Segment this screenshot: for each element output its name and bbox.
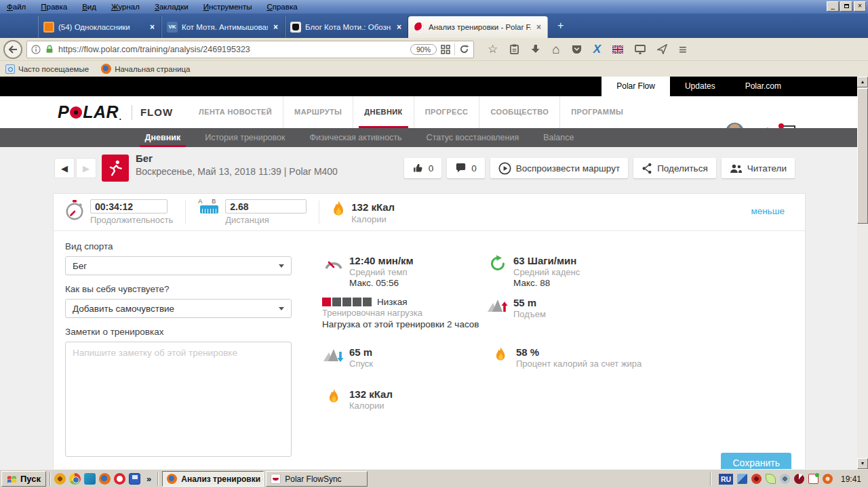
notes-textarea[interactable] [65,342,292,457]
save-button[interactable]: Сохранить [721,453,791,469]
zoom-level-badge[interactable]: 90% [410,44,437,55]
feeling-select[interactable]: Добавить самочувствие [65,299,292,318]
bookmark-most-visited[interactable]: Часто посещаемые [5,64,89,74]
quicklaunch-firefox-icon[interactable] [99,473,111,485]
quicklaunch-app2-icon[interactable] [84,473,96,485]
tray-network-icon[interactable] [737,474,747,484]
reload-icon[interactable] [459,44,469,54]
cadence-circle-icon [489,255,507,272]
replay-route-button[interactable]: Воспроизвести маршрут [490,158,629,178]
polar-logo[interactable]: POLAR. [58,102,122,122]
nav-programs[interactable]: ПРОГРАММЫ [559,96,634,128]
close-button[interactable]: × [854,1,866,12]
readers-button[interactable]: Читатели [722,158,795,178]
tab-blog[interactable]: Блог Кота Моти.: Обознач... × [285,16,408,38]
translate-flag-icon[interactable] [612,45,623,54]
subnav-diary[interactable]: Дневник [133,128,193,147]
pace-label: Средний темп [349,267,414,277]
duration-input[interactable] [90,199,167,214]
subnav-history[interactable]: История тренировок [193,128,297,147]
tab-vk[interactable]: VK Кот Мотя. Антимышовая ко... × [161,16,285,38]
back-button[interactable] [3,40,22,59]
menu-edit[interactable]: Правка [41,3,67,11]
like-button[interactable]: 0 [404,158,442,178]
tab-close-icon[interactable]: × [272,22,279,32]
bookmark-home-page[interactable]: Начальная страница [101,64,190,74]
bookmark-star-icon[interactable]: ☆ [488,43,498,55]
menu-bookmarks[interactable]: Закладки [155,3,189,11]
tray-antivirus-icon[interactable] [751,474,762,484]
comment-button[interactable]: 0 [447,158,485,178]
tray-disc-icon[interactable] [794,474,804,484]
top-link-updates[interactable]: Updates [670,77,730,96]
tab-close-icon[interactable]: × [149,22,156,32]
home-icon[interactable]: ⌂ [552,43,559,56]
system-tray: RU 19:41 [707,472,868,486]
scroll-up-button[interactable]: ▲ [857,77,868,87]
top-link-polar-com[interactable]: Polar.com [730,77,796,96]
tab-polar-active[interactable]: Анализ тренировки - Polar F... × [408,16,548,38]
tab-odnoklassniki[interactable]: (54) Одноклассники × [38,16,161,38]
tray-agent-icon[interactable] [823,474,833,484]
quicklaunch-chrome-icon[interactable] [69,473,81,485]
tab-close-icon[interactable]: × [395,22,403,32]
tab-close-icon[interactable]: × [535,22,542,32]
bookmarks-list-icon[interactable] [509,44,519,55]
quicklaunch-flowsync-icon[interactable] [129,473,140,485]
menu-history[interactable]: Журнал [111,3,140,11]
top-link-polar-flow[interactable]: Polar Flow [601,77,670,96]
scroll-down-button[interactable]: ▼ [857,458,868,469]
menu-help[interactable]: Справка [267,3,297,11]
menu-file[interactable]: Файл [7,3,26,11]
quicklaunch-opera-icon[interactable] [114,473,125,485]
url-input[interactable] [58,45,406,54]
new-tab-button[interactable]: + [557,20,564,32]
grid-icon[interactable] [441,45,450,54]
url-bar[interactable]: 90% [26,41,474,58]
scrollbar-thumb[interactable] [857,88,868,224]
polar-favicon [414,22,425,33]
nav-feed[interactable]: ЛЕНТА НОВОСТЕЙ [188,96,283,128]
nav-diary[interactable]: ДНЕВНИК [353,96,413,128]
x-extension-icon[interactable]: X [593,43,601,55]
subnav-balance[interactable]: Balance [531,128,586,147]
downloads-icon[interactable] [531,44,540,54]
share-button[interactable]: Поделиться [633,158,716,178]
nav-community[interactable]: СООБЩЕСТВО [479,96,559,128]
language-indicator[interactable]: RU [719,474,733,485]
show-less-link[interactable]: меньше [751,206,785,216]
tray-leaf-icon[interactable] [766,474,776,484]
menu-view[interactable]: Вид [82,3,96,11]
task-button-firefox[interactable]: Анализ тренировки - ... [162,471,264,487]
hamburger-menu-icon[interactable]: ≡ [679,43,687,56]
next-session-button[interactable]: ▶ [76,158,96,178]
info-icon[interactable] [31,45,41,54]
previous-session-button[interactable]: ◀ [54,158,75,178]
logo-letter: P [58,102,69,122]
page-scrollbar[interactable]: ▲ ▼ [857,77,868,469]
polar-topbar: Polar Flow Updates Polar.com [0,77,857,96]
browser-menubar: Файл Правка Вид Журнал Закладки Инструме… [0,0,868,14]
tray-webcam-icon[interactable] [780,474,790,484]
sport-select[interactable]: Бег [65,256,292,275]
nav-routes[interactable]: МАРШРУТЫ [283,96,353,128]
bookmark-label: Часто посещаемые [18,65,89,73]
nav-progress[interactable]: ПРОГРЕСС [414,96,479,128]
pocket-icon[interactable] [572,44,582,54]
chevron-down-icon [279,264,284,268]
start-button[interactable]: Пуск [1,471,46,487]
distance-input[interactable] [225,199,307,214]
quicklaunch-overflow-icon[interactable]: » [146,474,151,484]
send-tab-icon[interactable] [657,44,667,54]
subnav-recovery[interactable]: Статус восстановления [414,128,532,147]
restore-button[interactable] [840,1,852,12]
secure-lock-icon[interactable] [45,44,54,54]
tray-sync-icon[interactable] [808,474,818,484]
menu-tools[interactable]: Инструменты [203,3,252,11]
duration-label: Продолжительность [90,215,173,225]
quicklaunch-app-icon[interactable] [54,473,66,485]
screenshot-monitor-icon[interactable] [635,45,646,54]
subnav-activity[interactable]: Физическая активность [298,128,414,147]
minimize-button[interactable]: _ [827,1,839,12]
task-button-flowsync[interactable]: Polar FlowSync [266,471,368,487]
